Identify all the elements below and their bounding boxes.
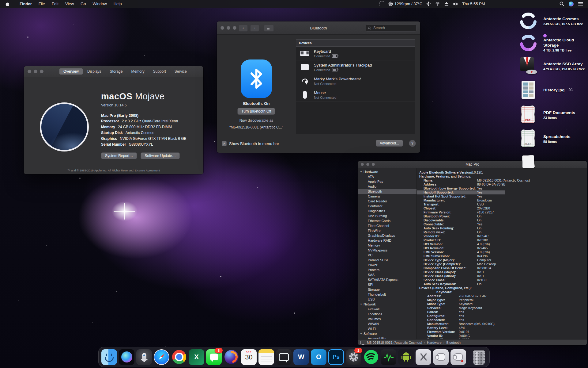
eject-icon[interactable]: [444, 2, 449, 6]
tree-item-parallel-scsi[interactable]: Parallel SCSI: [358, 258, 417, 263]
system-report-button[interactable]: System Report…: [101, 152, 137, 159]
menu-finder[interactable]: Finder: [16, 2, 35, 6]
breadcrumb-bluetooth[interactable]: Bluetooth: [446, 341, 460, 344]
tree-item-ethernet-cards[interactable]: Ethernet Cards: [358, 218, 417, 223]
tab-storage[interactable]: Storage: [106, 68, 126, 75]
dock-spotify[interactable]: [363, 349, 379, 365]
tree-item-camera[interactable]: Camera: [358, 194, 417, 199]
tree-item-memory[interactable]: Memory: [358, 243, 417, 248]
volume-icon[interactable]: [453, 2, 458, 6]
search-input[interactable]: [373, 25, 408, 30]
tree-item-software[interactable]: ▼Software: [358, 331, 417, 336]
tree-item-wwan[interactable]: WWAN: [358, 321, 417, 326]
dock-android[interactable]: [398, 349, 414, 365]
notification-center-icon[interactable]: [578, 2, 583, 6]
desktop-icon-history-jpg[interactable]: History.jpg: [518, 81, 588, 99]
dock-firefox[interactable]: [224, 349, 239, 365]
menu-window[interactable]: Window: [89, 2, 110, 6]
wifi-icon[interactable]: [435, 2, 440, 6]
desktop-icon-antarctic-cloud-storage[interactable]: Antarctic Cloud Storage4 TB, 2.98 TB fre…: [518, 34, 588, 52]
tree-item-locations[interactable]: Locations: [358, 312, 417, 316]
tab-service[interactable]: Service: [171, 68, 191, 75]
dock-launchpad[interactable]: [136, 349, 152, 365]
dock-messages[interactable]: 8: [206, 349, 222, 365]
sysinfo-titlebar[interactable]: Mac Pro: [358, 161, 587, 168]
tree-item-spi[interactable]: SPI: [358, 282, 417, 287]
clock[interactable]: Thu 5:55 PM: [462, 2, 485, 6]
tree-item-graphics-displays[interactable]: Graphics/Displays: [358, 233, 417, 238]
window-controls[interactable]: [28, 70, 43, 73]
breadcrumb-m6-091518-0031-antarctic-cosmos[interactable]: M6-091518-0031 (Antarctic Cosmos): [367, 341, 422, 344]
menu-file[interactable]: File: [35, 2, 48, 6]
dock-gear-utility[interactable]: 1: [346, 349, 361, 365]
turn-bluetooth-off-button[interactable]: Turn Bluetooth Off: [237, 108, 275, 115]
tree-item-disc-burning[interactable]: Disc Burning: [358, 213, 417, 218]
tree-item-power[interactable]: Power: [358, 263, 417, 267]
tree-item-firewall[interactable]: Firewall: [358, 307, 417, 312]
software-update-button[interactable]: Software Update…: [141, 152, 179, 159]
search-field[interactable]: [366, 25, 417, 32]
dock-gray-tool-1[interactable]: [416, 349, 431, 365]
tree-item-audio[interactable]: Audio: [358, 184, 417, 189]
help-button[interactable]: ?: [409, 140, 416, 147]
dock-activity-monitor[interactable]: [381, 349, 396, 365]
desktop-icon-partial[interactable]: [521, 155, 534, 167]
tab-memory[interactable]: Memory: [127, 68, 148, 75]
dock-chrome[interactable]: [171, 349, 187, 365]
tree-item-usb[interactable]: USB: [358, 297, 417, 302]
menu-edit[interactable]: Edit: [48, 2, 62, 6]
tree-item-bluetooth[interactable]: Bluetooth: [358, 189, 417, 194]
tab-support[interactable]: Support: [149, 68, 170, 75]
close-button[interactable]: [28, 70, 31, 73]
tree-item-diagnostics[interactable]: Diagnostics: [358, 209, 417, 213]
menu-view[interactable]: View: [62, 2, 77, 6]
advanced-button[interactable]: Advanced...: [376, 140, 403, 147]
apple-menu[interactable]: [6, 2, 9, 6]
tab-displays[interactable]: Displays: [83, 68, 105, 75]
tree-item-firewire[interactable]: FireWire: [358, 228, 417, 233]
tree-item-nvmexpress[interactable]: NVMExpress: [358, 248, 417, 253]
about-titlebar[interactable]: OverviewDisplaysStorageMemorySupportServ…: [24, 66, 203, 77]
dock-notes[interactable]: [258, 349, 274, 365]
tree-item-sata-sata-express[interactable]: SATA/SATA Express: [358, 277, 417, 282]
fan-control[interactable]: 1299rpm / 37°C: [388, 2, 422, 6]
desktop-icon-spreadsheets[interactable]: XLSXSpreadsheets58 items: [518, 129, 588, 148]
device-row-system-administrator-s-trackpad[interactable]: System Administrator’s TrackpadConnected: [296, 60, 415, 74]
desktop-icon-antarctic-ssd-array[interactable]: Antarctic SSD Array479.43 GB, 193.05 GB …: [518, 57, 588, 75]
tree-item-apple-pay[interactable]: Apple Pay: [358, 179, 417, 184]
device-row-keyboard[interactable]: KeyboardConnected: [296, 47, 415, 60]
tree-item-volumes[interactable]: Volumes: [358, 316, 417, 321]
device-row-mouse[interactable]: MouseNot Connected: [296, 88, 415, 102]
tree-item-printers[interactable]: Printers: [358, 267, 417, 272]
dock-gray-tool-3[interactable]: [450, 349, 466, 365]
tree-item-pci[interactable]: PCI: [358, 253, 417, 258]
dock-calendar[interactable]: SEP30: [241, 349, 257, 365]
dock-outlook[interactable]: O: [311, 349, 326, 365]
dock-gray-tool-2[interactable]: [433, 349, 449, 365]
minimize-button[interactable]: [34, 70, 37, 73]
breadcrumb[interactable]: M6-091518-0031 (Antarctic Cosmos)›Hardwa…: [358, 339, 587, 345]
bluetooth-titlebar[interactable]: ‹ › Bluetooth: [217, 21, 420, 35]
dock-safari[interactable]: [154, 349, 169, 365]
dock-trash[interactable]: [471, 349, 487, 365]
tree-item-fibre-channel[interactable]: Fibre Channel: [358, 223, 417, 228]
dock-siri[interactable]: [119, 349, 134, 365]
tree-item-hardware[interactable]: ▼Hardware: [358, 169, 417, 174]
desktop-icon-pdf-documents[interactable]: PDFPDF Documents23 items: [518, 105, 588, 124]
dock-finder[interactable]: [101, 349, 117, 365]
zoom-button[interactable]: [40, 70, 43, 73]
move-tool-icon[interactable]: [426, 2, 431, 6]
checkbox-checked[interactable]: ✓: [222, 141, 227, 146]
tree-item-controller[interactable]: Controller: [358, 204, 417, 209]
spotlight-icon[interactable]: [560, 2, 564, 6]
device-row-marky-mark-s-powerbeats[interactable]: Marky Mark’s Powerbeats³Not Connected: [296, 74, 415, 88]
tree-item-storage[interactable]: Storage: [358, 287, 417, 292]
tab-overview[interactable]: Overview: [59, 68, 83, 75]
desktop-icon-antarctic-cosmos[interactable]: Antarctic Cosmos239.56 GB, 107.5 GB free: [518, 12, 588, 30]
dock-word[interactable]: W: [293, 349, 309, 365]
menu-go[interactable]: Go: [77, 2, 89, 6]
dock-chat[interactable]: [276, 349, 292, 365]
tree-item-ata[interactable]: ATA: [358, 174, 417, 179]
tree-item-hardware-raid[interactable]: Hardware RAID: [358, 238, 417, 243]
siri-icon[interactable]: [569, 2, 574, 6]
